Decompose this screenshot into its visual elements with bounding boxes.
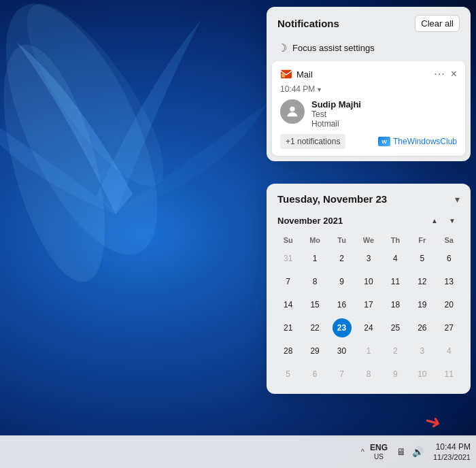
calendar-day-cell[interactable]: 9 xyxy=(382,363,409,386)
focus-assist-row[interactable]: ☽ Focus assist settings xyxy=(267,37,471,61)
calendar-day-cell[interactable]: 29 xyxy=(301,339,328,363)
calendar-day-cell[interactable]: 10 xyxy=(355,270,381,293)
more-options-button[interactable]: ··· xyxy=(434,68,445,80)
mail-notification-card: Mail ··· × 10:44 PM ▾ Sudip Majhi Test H… xyxy=(272,61,465,156)
calendar-day-cell[interactable]: 30 xyxy=(328,339,355,363)
notification-header: Notifications Clear all xyxy=(267,7,471,37)
calendar-day-cell[interactable]: 18 xyxy=(382,293,409,316)
weekday-header-tu: Tu xyxy=(328,233,355,247)
notification-time-row: 10:44 PM ▾ xyxy=(280,84,457,94)
calendar-day-cell[interactable]: 3 xyxy=(355,247,381,270)
calendar-day-cell[interactable]: 6 xyxy=(436,247,462,270)
taskbar: ^ ENG US 🖥 🔊 10:44 PM 11/23/2021 xyxy=(0,435,476,468)
card-header: Mail ··· × xyxy=(280,68,457,80)
calendar-week-row: 21222324252627 xyxy=(275,316,462,339)
notification-footer: +1 notifications W TheWindowsClub xyxy=(280,134,457,149)
calendar-day-cell[interactable]: 13 xyxy=(436,270,462,293)
language-indicator[interactable]: ENG US xyxy=(370,443,388,461)
calendar-day-cell[interactable]: 2 xyxy=(328,247,355,270)
time-chevron-icon[interactable]: ▾ xyxy=(318,86,321,93)
calendar-week-row: 31123456 xyxy=(275,247,462,270)
calendar-prev-button[interactable]: ▲ xyxy=(427,213,442,228)
calendar-day-cell[interactable]: 21 xyxy=(275,316,301,339)
calendar-day-cell[interactable]: 6 xyxy=(301,363,328,386)
svg-rect-4 xyxy=(282,73,285,77)
calendar-day-cell[interactable]: 15 xyxy=(301,293,328,316)
calendar-week-row: 2829301234 xyxy=(275,339,462,363)
calendar-day-cell[interactable]: 7 xyxy=(328,363,355,386)
calendar-day-cell[interactable]: 2 xyxy=(382,339,409,363)
calendar-day-cell[interactable]: 5 xyxy=(275,363,301,386)
calendar-day-cell[interactable]: 22 xyxy=(301,316,328,339)
close-notification-button[interactable]: × xyxy=(451,69,457,80)
calendar-day-cell[interactable]: 14 xyxy=(275,293,301,316)
calendar-day-cell[interactable]: 16 xyxy=(328,293,355,316)
calendar-day-cell[interactable]: 5 xyxy=(409,247,435,270)
weekday-header-mo: Mo xyxy=(301,233,328,247)
notification-panel: Notifications Clear all ☽ Focus assist s… xyxy=(267,7,471,161)
clock-display[interactable]: 10:44 PM 11/23/2021 xyxy=(431,442,471,463)
more-notifications-button[interactable]: +1 notifications xyxy=(280,134,345,149)
calendar-day-cell[interactable]: 7 xyxy=(275,270,301,293)
calendar-week-row: 567891011 xyxy=(275,363,462,386)
svg-point-5 xyxy=(290,107,294,112)
calendar-day-cell[interactable]: 17 xyxy=(355,293,381,316)
card-actions: ··· × xyxy=(434,68,457,80)
calendar-next-button[interactable]: ▼ xyxy=(445,213,460,228)
calendar-day-cell[interactable]: 10 xyxy=(409,363,435,386)
calendar-day-cell[interactable]: 11 xyxy=(436,363,462,386)
calendar-day-cell[interactable]: 28 xyxy=(275,339,301,363)
taskbar-right-area: ^ ENG US 🖥 🔊 10:44 PM 11/23/2021 xyxy=(361,442,471,463)
calendar-day-cell[interactable]: 12 xyxy=(409,270,435,293)
mail-icon xyxy=(280,68,292,80)
clear-all-button[interactable]: Clear all xyxy=(415,15,460,32)
focus-assist-label: Focus assist settings xyxy=(292,43,375,53)
calendar-week-row: 14151617181920 xyxy=(275,293,462,316)
watermark-text: TheWindowsClub xyxy=(393,137,457,146)
weekday-header-fr: Fr xyxy=(409,233,435,247)
current-time: 10:44 PM xyxy=(436,442,471,453)
calendar-date-header[interactable]: Tuesday, November 23 ▾ xyxy=(267,184,471,213)
weekday-header-su: Su xyxy=(275,233,301,247)
calendar-week-row: 78910111213 xyxy=(275,270,462,293)
calendar-day-cell[interactable]: 24 xyxy=(355,316,381,339)
calendar-day-cell[interactable]: 3 xyxy=(409,339,435,363)
avatar xyxy=(280,99,305,124)
app-name-label: Mail xyxy=(296,69,313,80)
weekday-header-sa: Sa xyxy=(436,233,462,247)
calendar-day-cell[interactable]: 20 xyxy=(436,293,462,316)
weekday-header-we: We xyxy=(355,233,381,247)
calendar-day-cell[interactable]: 1 xyxy=(355,339,381,363)
calendar-weekday-header: SuMoTuWeThFrSa xyxy=(275,233,462,247)
app-info: Mail xyxy=(280,68,313,80)
calendar-day-cell[interactable]: 4 xyxy=(436,339,462,363)
taskbar-system-icons: 🖥 🔊 xyxy=(394,445,424,458)
current-date: 11/23/2021 xyxy=(433,452,471,462)
calendar-day-cell[interactable]: 8 xyxy=(301,270,328,293)
calendar-month-title: November 2021 xyxy=(277,216,343,226)
email-subject: Test xyxy=(311,110,457,119)
calendar-day-cell[interactable]: 9 xyxy=(328,270,355,293)
calendar-day-cell[interactable]: 26 xyxy=(409,316,435,339)
calendar-panel: Tuesday, November 23 ▾ November 2021 ▲ ▼… xyxy=(267,184,471,394)
watermark-icon: W xyxy=(378,137,390,146)
calendar-day-cell[interactable]: 27 xyxy=(436,316,462,339)
notification-text: Sudip Majhi Test Hotmail xyxy=(311,99,457,129)
calendar-day-cell[interactable]: 25 xyxy=(382,316,409,339)
calendar-grid: SuMoTuWeThFrSa 3112345678910111213141516… xyxy=(275,233,462,386)
watermark: W TheWindowsClub xyxy=(378,137,457,146)
notification-time: 10:44 PM xyxy=(280,84,315,94)
notification-content: Sudip Majhi Test Hotmail xyxy=(280,99,457,129)
calendar-day-cell[interactable]: 23 xyxy=(328,316,355,339)
calendar-day-cell[interactable]: 11 xyxy=(382,270,409,293)
system-tray-expand-icon[interactable]: ^ xyxy=(361,448,364,456)
calendar-day-cell[interactable]: 4 xyxy=(382,247,409,270)
network-icon[interactable]: 🖥 xyxy=(394,445,408,458)
sender-name: Sudip Majhi xyxy=(311,99,457,110)
calendar-day-cell[interactable]: 19 xyxy=(409,293,435,316)
calendar-day-cell[interactable]: 1 xyxy=(301,247,328,270)
calendar-day-cell[interactable]: 31 xyxy=(275,247,301,270)
volume-icon[interactable]: 🔊 xyxy=(411,445,424,458)
calendar-body: November 2021 ▲ ▼ SuMoTuWeThFrSa 3112345… xyxy=(267,213,471,394)
calendar-day-cell[interactable]: 8 xyxy=(355,363,381,386)
